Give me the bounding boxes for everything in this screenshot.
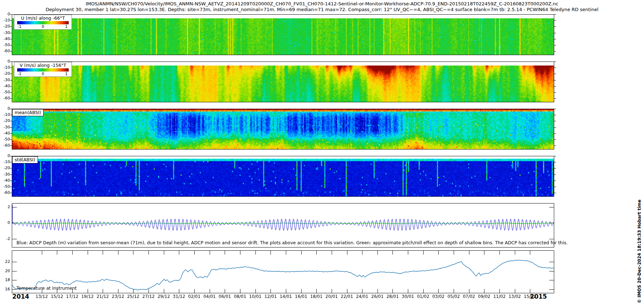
tick-mark [118, 251, 118, 255]
legend-u-velocity: U (m/s) along -66°T -1 0 1 [14, 15, 72, 30]
tick-mark [515, 289, 515, 293]
tick-mark [10, 146, 12, 146]
tick-mark [194, 289, 195, 293]
tick-mark [554, 14, 556, 15]
tick-mark [255, 289, 256, 293]
tick-mark [392, 289, 393, 293]
tick-mark [469, 251, 469, 255]
tick-mark [408, 289, 408, 293]
tick-mark [423, 251, 424, 255]
y-tick-label: 22 [0, 259, 10, 264]
y-tick-label: -60 [0, 49, 10, 53]
u-colorbar-ticks: -1 0 1 [14, 24, 72, 29]
x-tick-label: 26/01 [371, 294, 384, 299]
tick-mark [10, 98, 12, 99]
tick-mark [499, 251, 500, 255]
tick-mark [549, 207, 554, 207]
tick-mark [10, 133, 12, 134]
v-colorbar-tick-zero: 0 [42, 72, 44, 76]
tick-mark [554, 181, 556, 181]
tick-mark [554, 187, 556, 187]
y-tick-label: -30 [0, 125, 10, 129]
tick-mark [10, 187, 12, 187]
x-tick-label: 16/01 [295, 294, 307, 299]
tick-mark [362, 289, 362, 293]
tick-mark [10, 115, 12, 115]
tick-mark [554, 45, 556, 45]
y-tick-label: -10 [0, 18, 10, 23]
y-tick-label: 0 [0, 220, 10, 225]
tick-mark [286, 289, 286, 293]
tick-mark [12, 239, 17, 239]
tick-mark [88, 251, 88, 255]
tick-mark [549, 280, 554, 280]
y-tick-label: -20 [0, 166, 10, 170]
panel-depth-variation: Blue: ADCP Depth (m) variation from sens… [12, 203, 554, 247]
tick-mark [554, 33, 556, 33]
tick-mark [10, 20, 12, 21]
tick-mark [499, 289, 500, 293]
u-colorbar-tick-zero: 0 [42, 24, 44, 29]
tick-mark [484, 289, 484, 293]
x-tick-label: 30/01 [402, 294, 414, 299]
tick-mark [10, 156, 12, 156]
tick-mark [554, 127, 556, 128]
u-colorbar-tick-min: -1 [18, 24, 21, 29]
v-colorbar-tick-min: -1 [18, 72, 21, 76]
y-tick-label: -50 [0, 184, 10, 189]
tick-mark [515, 251, 515, 255]
std-absi-heatmap-canvas [12, 156, 554, 196]
tick-mark [301, 289, 302, 293]
y-tick-label: -40 [0, 36, 10, 41]
x-tick-label: 01/02 [417, 294, 429, 299]
x-tick-label: 13/02 [508, 294, 521, 299]
y-tick-label: 20 [0, 269, 10, 273]
x-tick-label: 29/12 [157, 294, 170, 299]
y-tick-label: -50 [0, 137, 10, 142]
tick-mark [554, 168, 556, 168]
tick-mark [10, 26, 12, 27]
tick-mark [10, 175, 12, 175]
tick-mark [332, 289, 332, 293]
y-tick-label: -60 [0, 143, 10, 148]
tick-mark [392, 251, 393, 255]
tick-mark [57, 251, 57, 255]
v-colorbar-tick-max: 1 [65, 72, 68, 76]
y-tick-label: 16 [0, 287, 10, 291]
v-colorbar-ticks: -1 0 1 [14, 72, 72, 77]
x-tick-label: 07/02 [463, 294, 475, 299]
x-tick-label: 21/12 [97, 294, 109, 299]
x-tick-label: 06/01 [219, 294, 231, 299]
x-tick-label: 05/02 [448, 294, 460, 299]
x-tick-label: 23/12 [112, 294, 125, 299]
y-tick-label: -40 [0, 84, 10, 88]
tick-mark [554, 86, 556, 87]
tick-mark [255, 251, 256, 255]
tick-mark [10, 109, 12, 109]
tick-mark [10, 121, 12, 121]
x-tick-label: 15/02 [524, 294, 536, 299]
tick-mark [164, 251, 164, 255]
x-axis-year-start: 2014 [12, 293, 29, 300]
tick-mark [549, 271, 554, 271]
mean-absi-heatmap-canvas [12, 109, 554, 149]
legend-v-title: V (m/s) along -156°T [14, 62, 72, 68]
x-tick-label: 17/12 [66, 294, 79, 299]
adcp-figure: IMOS/ANMN/NSW/CH070/Velocity/IMOS_ANMN-N… [0, 0, 644, 304]
tick-mark [10, 74, 12, 74]
tick-mark [438, 251, 439, 255]
tick-mark [554, 139, 556, 140]
tick-mark [554, 80, 556, 80]
tick-mark [240, 251, 240, 255]
tick-mark [10, 68, 12, 68]
tick-mark [12, 262, 17, 262]
tick-mark [530, 289, 530, 293]
tick-mark [549, 223, 554, 223]
tick-mark [225, 289, 225, 293]
x-tick-label: 11/02 [493, 294, 506, 299]
tick-mark [549, 239, 554, 239]
tick-mark [286, 251, 286, 255]
y-tick-label: -40 [0, 178, 10, 183]
tick-mark [42, 251, 42, 255]
tick-mark [72, 251, 73, 255]
